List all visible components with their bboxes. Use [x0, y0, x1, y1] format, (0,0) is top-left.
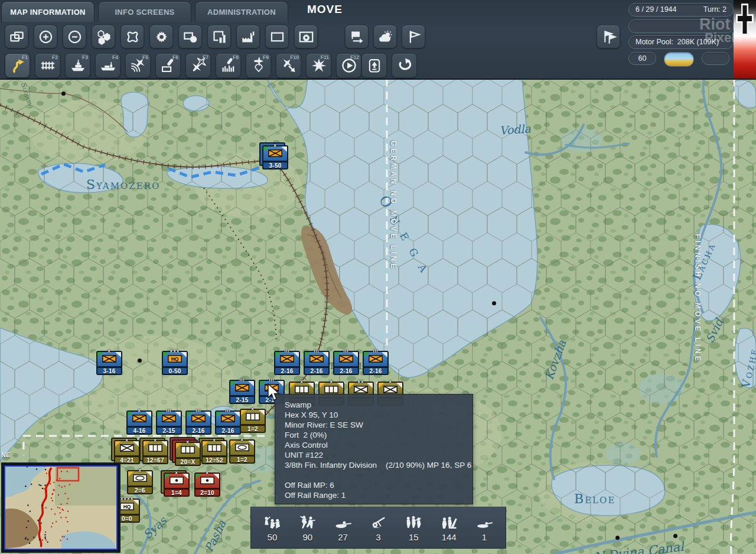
unit-counter-12-52[interactable]: X12=52: [201, 440, 227, 464]
unit-counter-2-15[interactable]: III2-15: [156, 410, 182, 435]
show-map-button[interactable]: [265, 25, 289, 48]
factory-icon: [240, 29, 256, 45]
pennant-button[interactable]: [402, 25, 425, 48]
stat-value: 50: [268, 532, 278, 542]
unit-counter-3-16[interactable]: X3-16: [96, 351, 122, 375]
unit-counter-2-16[interactable]: III2-16: [304, 351, 330, 375]
unit-tile: [142, 440, 168, 457]
inf-symbol-icon: [268, 149, 282, 157]
unit-size: X: [142, 438, 168, 442]
jump-hex-button[interactable]: [120, 25, 144, 48]
infw-symbol-icon: [120, 444, 134, 452]
minimap[interactable]: [1, 462, 120, 553]
truck-symbol-icon: [181, 446, 195, 454]
toolbar-right: [597, 25, 620, 48]
unit-toggle-icon: [183, 29, 198, 45]
map-settings-button[interactable]: [294, 25, 318, 48]
unit-size: X: [201, 438, 227, 442]
unit-size: X: [240, 407, 266, 411]
execute-button[interactable]: F12: [336, 53, 361, 78]
unit-tile: [175, 442, 201, 458]
unit-size: X: [318, 380, 344, 384]
unit-counter-12-67[interactable]: X12=67: [142, 440, 168, 464]
zoom-in-button[interactable]: [34, 25, 57, 48]
sea-transport-button[interactable]: F3: [65, 53, 90, 78]
unit-counter-2-15[interactable]: III2-15: [229, 380, 255, 404]
flag-export-button[interactable]: [345, 25, 369, 48]
stat-value: 144: [442, 532, 457, 542]
tab-administration[interactable]: ADMINISTRATION: [195, 1, 288, 22]
motor-pool-pill: Motor Pool: 208K (109K): [628, 35, 734, 49]
stat-machine-gun: 27: [333, 514, 354, 542]
tooltip-line: Axis Control: [285, 440, 472, 450]
undo-button[interactable]: [392, 53, 417, 78]
move-mode-button[interactable]: F1: [5, 53, 30, 78]
unit-strength: 12=52: [201, 456, 227, 464]
air-recon-button[interactable]: F5: [125, 53, 151, 78]
unit-counter-20-X[interactable]: X20=X: [175, 442, 201, 466]
unit-counter-4-21[interactable]: X4=21: [114, 440, 140, 464]
unit-counter-2-16[interactable]: III2-16: [274, 351, 300, 375]
unit-counter-3-50[interactable]: X3-50: [262, 145, 288, 170]
zoom-in-icon: [38, 29, 54, 45]
undo-icon: [396, 57, 413, 74]
svg-text:HQ: HQ: [171, 356, 179, 362]
unit-counter-0-50[interactable]: XXXHQ0-50: [162, 351, 188, 375]
unit-tile: [201, 440, 227, 457]
city-stats-icon: [211, 29, 227, 45]
unit-tile: [274, 351, 300, 367]
unit-counter-2-16[interactable]: III2-16: [185, 410, 211, 435]
entrain-button[interactable]: [361, 53, 387, 78]
air-transport-button[interactable]: F10: [276, 53, 301, 78]
unit-counter-2-16[interactable]: III2-16: [363, 351, 389, 375]
hex-overlay-button[interactable]: [92, 25, 115, 48]
ap-pill[interactable]: 60: [628, 52, 656, 65]
unit-strength: 2-15: [156, 426, 182, 435]
zoom-out-button[interactable]: [63, 25, 86, 48]
unit-tile: [164, 472, 190, 489]
air-drop-button[interactable]: F9: [246, 53, 271, 78]
rail-transport-button[interactable]: F2: [35, 53, 60, 78]
tab-info-screens[interactable]: INFO SCREENS: [98, 1, 191, 22]
city-stats-button[interactable]: [207, 25, 231, 48]
unit-tile: [304, 351, 330, 367]
stat-value: 27: [338, 532, 348, 542]
unit-counter-2-16[interactable]: III2-16: [215, 410, 241, 435]
unit-counter-2-16[interactable]: III2-16: [333, 351, 359, 375]
weather-button[interactable]: [373, 25, 397, 48]
unit-toggle-button[interactable]: [178, 25, 202, 48]
unit-tile: [185, 410, 211, 427]
unit-strength: 2-16: [333, 367, 359, 375]
unit-size: III: [274, 349, 300, 353]
unit-counter-1-2[interactable]: X1=2: [229, 439, 255, 464]
unit-counter-2-6[interactable]: X2=6: [127, 470, 153, 494]
ground-attack-button[interactable]: F11: [306, 53, 331, 78]
windows-button[interactable]: [5, 25, 28, 48]
unit-strength: 12=67: [142, 456, 168, 464]
entrain-icon: [366, 57, 383, 74]
stat-infantry-team: 15: [403, 514, 424, 542]
fkey-label: F12: [350, 54, 359, 60]
svg-text:HQ: HQ: [123, 504, 131, 510]
toolbar-main: [5, 25, 318, 48]
armor-symbol-icon: [235, 444, 249, 451]
unit-counter-4-16[interactable]: X4-16: [126, 410, 152, 435]
victory-flags-button[interactable]: [597, 25, 620, 48]
factory-button[interactable]: [236, 25, 260, 48]
unit-counter-1-2[interactable]: X1=2: [240, 409, 266, 433]
settings-gear-icon: [154, 29, 170, 45]
stat-sniper: 1: [474, 514, 495, 542]
air-superiority-button[interactable]: F7: [185, 53, 211, 78]
assault-infantry-icon: [297, 514, 318, 532]
unit-counter-2-10[interactable]: X2=10: [194, 472, 220, 497]
truck-symbol-icon: [324, 386, 338, 393]
unit-tile: [127, 470, 153, 487]
tab-map-information[interactable]: MAP INFORMATION: [1, 1, 94, 22]
unit-tile: [126, 410, 152, 427]
unit-counter-1-4[interactable]: X1=4: [164, 472, 190, 497]
settings-gear-button[interactable]: [149, 25, 173, 48]
amphibious-button[interactable]: F4: [95, 53, 120, 78]
fkey-label: F7: [203, 54, 208, 60]
strategic-bombing-button[interactable]: F8: [216, 53, 241, 78]
air-base-transfer-button[interactable]: F6: [155, 53, 181, 78]
